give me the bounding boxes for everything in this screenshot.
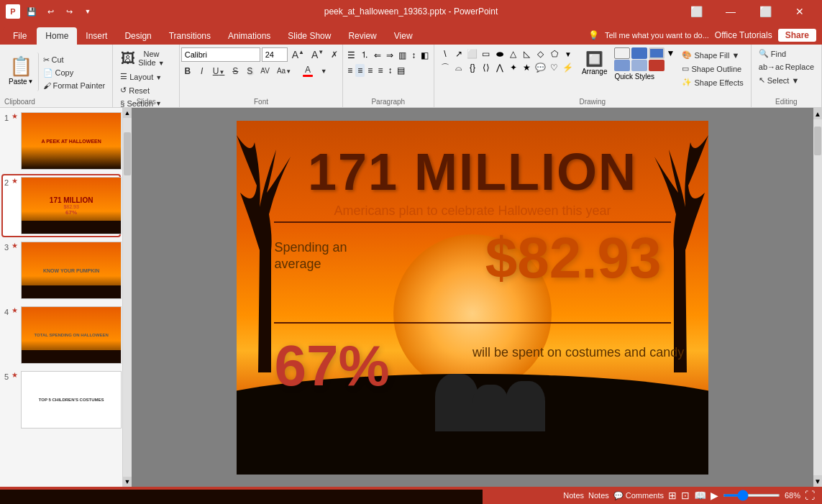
- qs-swatch-1[interactable]: [614, 47, 630, 59]
- canvas-scroll-down[interactable]: ▼: [813, 475, 822, 487]
- tab-file[interactable]: File: [3, 27, 37, 45]
- font-size-input[interactable]: [262, 47, 288, 62]
- tab-home[interactable]: Home: [37, 27, 77, 45]
- paragraph-spacing-button[interactable]: ▤: [395, 64, 407, 77]
- shape-chevron[interactable]: ⋀: [493, 61, 506, 74]
- restore-window-icon[interactable]: ⬜: [680, 1, 713, 22]
- shape-pentagon[interactable]: ⬠: [548, 47, 561, 60]
- case-button[interactable]: Aa▼: [274, 65, 294, 76]
- tab-animations[interactable]: Animations: [219, 27, 279, 45]
- shape-effects-button[interactable]: ✨Shape Effects: [679, 76, 746, 88]
- increase-font-button[interactable]: A▲: [289, 47, 307, 62]
- slide-sorter-icon[interactable]: ⊡: [681, 490, 690, 501]
- undo-icon[interactable]: ↩: [43, 4, 58, 19]
- slide-thumb-1[interactable]: 1 ★ A PEEK AT HALLOWEEN: [3, 111, 119, 171]
- align-right-button[interactable]: ≡: [365, 64, 375, 77]
- customize-icon[interactable]: ▼: [81, 4, 95, 19]
- increase-indent-button[interactable]: ⇒: [384, 49, 396, 62]
- tab-slideshow[interactable]: Slide Show: [279, 27, 339, 45]
- canvas-scroll-up[interactable]: ▲: [813, 108, 822, 119]
- italic-button[interactable]: I: [196, 65, 209, 78]
- shape-brace[interactable]: ⟨⟩: [480, 61, 493, 74]
- shape-triangle[interactable]: △: [507, 47, 520, 60]
- smart-art-button[interactable]: ◧: [419, 49, 431, 62]
- shape-heart[interactable]: ♡: [548, 61, 561, 74]
- canvas-scroll-thumb[interactable]: [814, 127, 821, 155]
- reading-view-icon[interactable]: 📖: [694, 490, 706, 501]
- maximize-button[interactable]: ⬜: [749, 1, 782, 22]
- font-color-button[interactable]: A: [300, 63, 316, 78]
- shape-line[interactable]: \: [439, 47, 452, 60]
- qs-swatch-3[interactable]: [649, 47, 665, 59]
- align-center-button[interactable]: ≡: [355, 64, 365, 77]
- notes-label[interactable]: Notes: [588, 491, 609, 500]
- shape-callout[interactable]: 💬: [534, 61, 547, 74]
- shape-arrow[interactable]: ↗: [452, 47, 465, 60]
- line-spacing-button[interactable]: ↕: [385, 64, 394, 77]
- arrange-button[interactable]: 🔲 Arrange: [576, 47, 613, 98]
- slide-scroll-down[interactable]: ▼: [123, 477, 132, 487]
- decrease-indent-button[interactable]: ⇐: [372, 49, 383, 62]
- office-tutorials-link[interactable]: Office Tutorials: [715, 30, 772, 40]
- qs-swatch-5[interactable]: [631, 60, 647, 71]
- zoom-slider[interactable]: [723, 494, 780, 497]
- reset-button[interactable]: ↺Reset: [117, 84, 152, 96]
- bullets-button[interactable]: ☰: [345, 49, 357, 62]
- shape-bracket[interactable]: {}: [466, 61, 479, 74]
- close-button[interactable]: ✕: [783, 1, 816, 22]
- new-slide-button[interactable]: 🖼 NewSlide ▼: [117, 47, 175, 69]
- slide-thumb-5[interactable]: 5 ★ TOP 5 CHILDREN'S COSTUMES: [3, 370, 119, 430]
- tab-review[interactable]: Review: [339, 27, 385, 45]
- shape-lightning[interactable]: ⚡: [562, 61, 575, 74]
- shape-star4[interactable]: ✦: [507, 61, 520, 74]
- shape-curve[interactable]: ⌒: [439, 61, 452, 74]
- tab-design[interactable]: Design: [116, 27, 160, 45]
- shape-more[interactable]: ▼: [562, 47, 575, 60]
- tell-me-input[interactable]: Tell me what you want to do...: [605, 31, 709, 40]
- slide-thumb-4[interactable]: 4 ★ TOTAL SPENDING ON HALLOWEEN: [3, 305, 119, 365]
- cut-button[interactable]: ✂Cut: [40, 54, 109, 66]
- decrease-font-button[interactable]: A▼: [309, 47, 326, 62]
- shape-rect[interactable]: ⬜: [466, 47, 479, 60]
- qs-swatch-6[interactable]: [649, 60, 665, 71]
- copy-button[interactable]: 📄Copy: [40, 67, 109, 79]
- font-color-dropdown[interactable]: ▼: [317, 66, 330, 76]
- strikethrough-button[interactable]: S: [229, 65, 242, 78]
- share-button[interactable]: Share: [778, 29, 816, 42]
- shape-outline-button[interactable]: ▭Shape Outline: [679, 63, 746, 75]
- columns-button[interactable]: ▥: [396, 49, 408, 62]
- slide-scroll-thumb[interactable]: [124, 132, 131, 175]
- slide-thumb-3[interactable]: 3 ★ KNOW YOUR PUMPKIN: [3, 240, 119, 301]
- justify-button[interactable]: ≡: [375, 64, 385, 77]
- layout-button[interactable]: ☰Layout ▼: [117, 70, 165, 83]
- select-button[interactable]: ↖Select ▼: [756, 74, 817, 86]
- tab-transitions[interactable]: Transitions: [160, 27, 219, 45]
- redo-icon[interactable]: ↪: [62, 4, 76, 19]
- slide-thumb-2[interactable]: 2 ★ 171 MILLION $82.93 67%: [3, 175, 119, 236]
- underline-button[interactable]: U▼: [210, 65, 228, 78]
- shape-oval[interactable]: ⬬: [493, 47, 506, 60]
- clear-format-button[interactable]: ✗: [328, 48, 341, 61]
- shape-arc[interactable]: ⌓: [452, 61, 465, 74]
- text-direction-button[interactable]: ↕: [409, 49, 418, 62]
- shape-round-rect[interactable]: ▭: [480, 47, 493, 60]
- fit-window-icon[interactable]: ⛶: [805, 490, 815, 501]
- save-icon[interactable]: 💾: [24, 4, 39, 19]
- shape-rt-triangle[interactable]: ◺: [521, 47, 534, 60]
- notes-button[interactable]: Notes: [563, 491, 584, 500]
- bold-button[interactable]: B: [181, 65, 194, 78]
- align-left-button[interactable]: ≡: [345, 64, 355, 77]
- replace-button[interactable]: ab→acReplace: [756, 61, 817, 73]
- shape-diamond[interactable]: ◇: [534, 47, 547, 60]
- slide-canvas[interactable]: 171 MILLION Americans plan to celebrate …: [237, 121, 708, 475]
- comments-button[interactable]: 💬Comments: [613, 491, 664, 500]
- shape-fill-button[interactable]: 🎨Shape Fill ▼: [679, 49, 746, 61]
- qs-swatch-4[interactable]: [614, 60, 630, 71]
- shape-star5[interactable]: ★: [521, 61, 534, 74]
- qs-swatch-more[interactable]: ▼: [666, 47, 677, 59]
- paste-button[interactable]: 📋 Paste▼: [4, 52, 39, 91]
- find-button[interactable]: 🔍Find: [756, 47, 817, 60]
- format-painter-button[interactable]: 🖌Format Painter: [40, 80, 109, 91]
- spacing-button[interactable]: AV: [257, 65, 273, 76]
- tab-insert[interactable]: Insert: [77, 27, 116, 45]
